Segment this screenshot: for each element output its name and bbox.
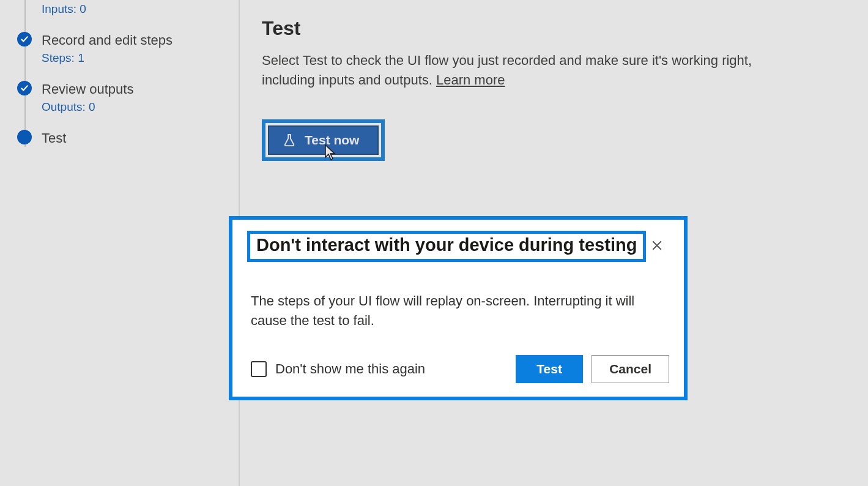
stepper-bullet-current — [17, 130, 32, 144]
stepper-step-title: Test — [42, 130, 66, 147]
close-icon — [651, 240, 662, 251]
dialog-body: The steps of your UI flow will replay on… — [247, 291, 669, 331]
page-description: Select Test to check the UI flow you jus… — [262, 51, 763, 90]
stepper-step-test[interactable]: Test — [0, 130, 239, 147]
stepper-step-sub: Inputs: 0 — [42, 2, 86, 16]
stepper-step-sub: Steps: 1 — [42, 51, 172, 65]
stepper-step-review[interactable]: Review outputs Outputs: 0 — [0, 81, 239, 114]
stepper-bullet-done — [17, 32, 32, 47]
flask-icon — [283, 133, 296, 147]
page-title: Test — [262, 17, 846, 40]
dialog-actions: Test Cancel — [516, 355, 669, 383]
stepper-step-sub: Outputs: 0 — [42, 100, 133, 114]
dialog-title-highlight: Don't interact with your device during t… — [247, 231, 646, 262]
stepper-step-title: Record and edit steps — [42, 32, 172, 49]
test-now-highlight: Test now — [262, 119, 385, 161]
dialog-footer: Don't show me this again Test Cancel — [247, 355, 669, 383]
check-icon — [20, 84, 29, 92]
test-now-button[interactable]: Test now — [268, 125, 379, 155]
test-warning-dialog: Don't interact with your device during t… — [229, 216, 688, 400]
stepper-bullet-done — [17, 81, 32, 95]
dialog-title: Don't interact with your device during t… — [256, 235, 637, 255]
checkbox-box — [251, 361, 267, 377]
stepper-step-inputs[interactable]: Inputs: 0 — [0, 0, 239, 16]
stepper-step-record[interactable]: Record and edit steps Steps: 1 — [0, 32, 239, 65]
test-now-label: Test now — [305, 133, 359, 148]
test-button[interactable]: Test — [516, 355, 583, 383]
learn-more-link[interactable]: Learn more — [436, 72, 505, 88]
cancel-button[interactable]: Cancel — [592, 355, 669, 383]
wizard-stepper-sidebar: Inputs: 0 Record and edit steps Steps: 1… — [0, 0, 239, 486]
check-icon — [20, 35, 29, 43]
dont-show-again-checkbox[interactable]: Don't show me this again — [251, 361, 425, 377]
stepper-step-title: Review outputs — [42, 81, 133, 98]
stepper-connector-line — [24, 0, 26, 147]
dialog-header: Don't interact with your device during t… — [247, 231, 669, 262]
close-button[interactable] — [647, 236, 667, 255]
page-description-text: Select Test to check the UI flow you jus… — [262, 53, 752, 88]
checkbox-label: Don't show me this again — [275, 361, 425, 377]
